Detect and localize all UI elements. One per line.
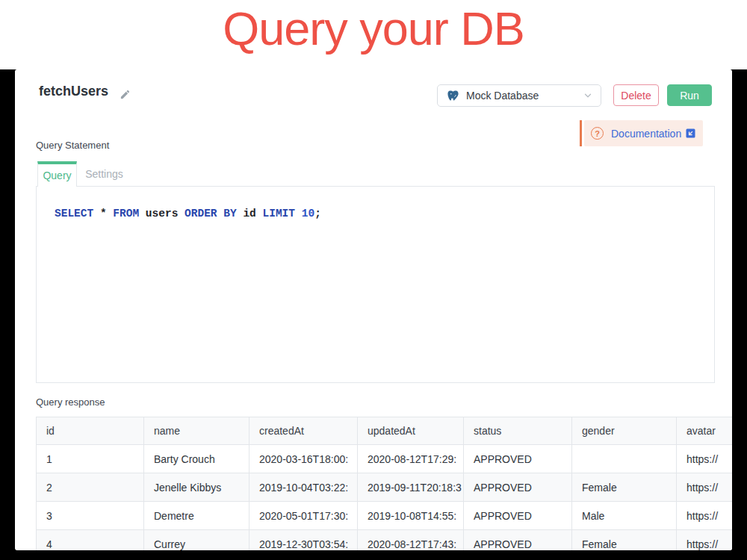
table-row[interactable]: 1 Barty Crouch 2020-03-16T18:00: 2020-08… [37, 445, 732, 473]
cell-id: 2 [37, 473, 144, 501]
query-panel: fetchUsers Mock Database Delete Run ? Do… [15, 69, 732, 550]
documentation-link[interactable]: ? Documentation [584, 120, 703, 146]
cell-id: 1 [37, 445, 144, 473]
postgresql-icon [447, 90, 459, 102]
table-row[interactable]: 3 Demetre 2020-05-01T17:30: 2019-10-08T1… [37, 502, 732, 530]
edit-icon[interactable] [120, 89, 131, 100]
column-header-avatar: avatar [677, 417, 732, 444]
cell-name: Demetre [144, 502, 249, 529]
cell-gender: Female [572, 530, 677, 550]
column-header-createdAt: createdAt [249, 417, 358, 444]
sql-keyword: SELECT [55, 208, 93, 220]
resource-select[interactable]: Mock Database [437, 84, 601, 107]
table-row[interactable]: 2 Jenelle Kibbys 2019-10-04T03:22: 2019-… [37, 473, 732, 502]
sql-keyword: LIMIT [263, 208, 296, 220]
column-header-name: name [144, 417, 249, 444]
cell-gender: Male [572, 502, 677, 529]
cell-status: APPROVED [464, 445, 572, 473]
column-header-id: id [37, 417, 144, 444]
sql-keyword: FROM [113, 208, 139, 220]
column-header-gender: gender [572, 417, 677, 444]
cell-status: APPROVED [464, 473, 572, 501]
cell-name: Barty Crouch [144, 445, 249, 473]
sql-editor-box: SELECT * FROM users ORDER BY id LIMIT 10… [36, 186, 715, 383]
sql-editor[interactable]: SELECT * FROM users ORDER BY id LIMIT 10… [37, 187, 714, 382]
response-table: id name createdAt updatedAt status gende… [36, 417, 732, 550]
query-statement-label: Query Statement [36, 140, 109, 151]
tab-settings[interactable]: Settings [77, 161, 131, 186]
cell-createdAt: 2020-03-16T18:00: [249, 445, 358, 473]
cell-status: APPROVED [464, 502, 572, 529]
query-name: fetchUsers [39, 84, 108, 99]
run-button[interactable]: Run [667, 84, 712, 106]
cell-avatar: https:// [677, 473, 732, 501]
sql-identifier: users [146, 208, 179, 220]
page-title: Query your DB [0, 1, 747, 55]
tab-query[interactable]: Query [37, 161, 77, 187]
sql-keyword: ORDER BY [185, 208, 237, 220]
query-response-label: Query response [36, 396, 105, 408]
cell-gender [572, 445, 677, 473]
cell-updatedAt: 2019-10-08T14:55: [358, 502, 464, 529]
sql-number: 10 [302, 208, 314, 220]
help-circle-icon: ? [591, 127, 604, 140]
cell-avatar: https:// [677, 445, 732, 473]
cell-id: 4 [37, 530, 144, 550]
cell-createdAt: 2019-12-30T03:54: [249, 530, 358, 550]
table-row[interactable]: 4 Currey 2019-12-30T03:54: 2020-08-12T17… [37, 530, 732, 550]
sql-identifier: id [243, 208, 255, 220]
cell-updatedAt: 2020-08-12T17:43: [358, 530, 464, 550]
cell-id: 3 [37, 502, 144, 529]
cell-avatar: https:// [677, 530, 732, 550]
open-docs-icon [685, 128, 696, 139]
resource-selected-value: Mock Database [466, 90, 583, 102]
column-header-status: status [464, 417, 572, 444]
cell-name: Currey [144, 530, 249, 550]
cell-createdAt: 2020-05-01T17:30: [249, 502, 358, 529]
sql-punctuation: ; [314, 208, 321, 220]
column-header-updatedAt: updatedAt [358, 417, 464, 444]
delete-button[interactable]: Delete [613, 84, 659, 106]
cell-createdAt: 2019-10-04T03:22: [249, 473, 358, 501]
sql-operator: * [100, 208, 107, 220]
table-header-row: id name createdAt updatedAt status gende… [37, 417, 732, 445]
cell-updatedAt: 2020-08-12T17:29: [358, 445, 464, 473]
documentation-label: Documentation [611, 128, 681, 140]
docs-accent-bar [580, 120, 582, 146]
cell-updatedAt: 2019-09-11T20:18:3 [358, 473, 464, 501]
cell-avatar: https:// [677, 502, 732, 529]
cell-name: Jenelle Kibbys [144, 473, 249, 501]
cell-gender: Female [572, 473, 677, 501]
chevron-down-icon [583, 90, 593, 101]
cell-status: APPROVED [464, 530, 572, 550]
